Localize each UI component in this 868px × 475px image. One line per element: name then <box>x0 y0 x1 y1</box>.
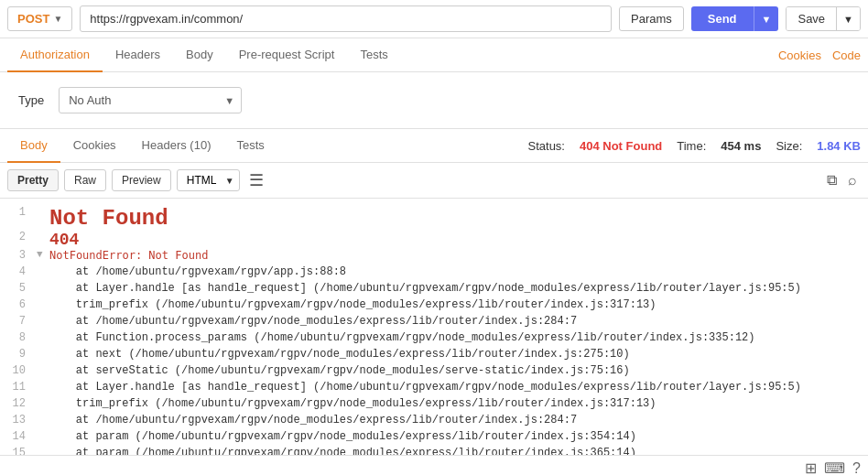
response-toolbar: Pretty Raw Preview HTML JSON XML Text ▼ … <box>0 163 868 199</box>
params-button[interactable]: Params <box>619 6 684 31</box>
line-content: NotFoundError: Not Found <box>49 249 208 265</box>
method-chevron: ▼ <box>53 14 62 24</box>
keyboard-icon[interactable]: ⌨ <box>824 459 845 475</box>
send-button[interactable]: Send <box>691 6 754 31</box>
line-toggle-icon[interactable]: ▼ <box>37 249 49 265</box>
line-content: at Function.process_params (/home/ubuntu… <box>49 331 755 348</box>
size-label: Size: <box>776 139 802 153</box>
line-content: at param (/home/ubuntu/rgpvexam/rgpv/nod… <box>49 430 636 447</box>
table-row: 2404 <box>0 231 868 249</box>
save-dropdown-button[interactable]: ▼ <box>836 7 860 30</box>
line-toggle-icon <box>37 282 49 298</box>
line-number: 13 <box>4 414 37 430</box>
bottom-bar: ⊞ ⌨ ? <box>0 455 868 475</box>
layout-icon[interactable]: ⊞ <box>805 459 817 475</box>
status-label: Status: <box>528 139 565 153</box>
tab-tests[interactable]: Tests <box>347 38 400 72</box>
size-value: 1.84 KB <box>817 139 861 153</box>
table-row: 14 at param (/home/ubuntu/rgpvexam/rgpv/… <box>0 430 868 447</box>
line-number: 12 <box>4 397 37 414</box>
table-row: 5 at Layer.handle [as handle_request] (/… <box>0 282 868 298</box>
tab-body[interactable]: Body <box>173 38 226 72</box>
line-content: at /home/ubuntu/rgpvexam/rgpv/node_modul… <box>49 315 577 331</box>
view-preview-button[interactable]: Preview <box>112 169 171 191</box>
line-number: 9 <box>4 348 37 364</box>
auth-type-label: Type <box>18 93 44 107</box>
search-icon[interactable]: ⌕ <box>844 170 861 190</box>
line-number: 8 <box>4 331 37 348</box>
line-number: 14 <box>4 430 37 447</box>
auth-section: Type No Auth Bearer Token Basic Auth API… <box>0 72 868 129</box>
time-value: 454 ms <box>721 139 761 153</box>
table-row: 3▼NotFoundError: Not Found <box>0 249 868 265</box>
line-content: at serveStatic (/home/ubuntu/rgpvexam/rg… <box>49 364 630 381</box>
tab-response-tests[interactable]: Tests <box>223 129 277 163</box>
line-number: 5 <box>4 282 37 298</box>
view-pretty-button[interactable]: Pretty <box>7 169 59 191</box>
format-select[interactable]: HTML JSON XML Text <box>177 169 240 191</box>
send-dropdown-button[interactable]: ▼ <box>754 6 779 31</box>
tab-response-body[interactable]: Body <box>7 129 60 163</box>
line-content: trim_prefix (/home/ubuntu/rgpvexam/rgpv/… <box>49 298 656 315</box>
table-row: 7 at /home/ubuntu/rgpvexam/rgpv/node_mod… <box>0 315 868 331</box>
auth-type-select[interactable]: No Auth Bearer Token Basic Auth API Key … <box>59 87 242 113</box>
line-toggle-icon <box>37 414 49 430</box>
line-toggle-icon <box>37 348 49 364</box>
secondary-tabs: Body Cookies Headers (10) Tests Status: … <box>0 129 868 163</box>
line-toggle-icon <box>37 430 49 447</box>
view-raw-button[interactable]: Raw <box>64 169 106 191</box>
help-icon[interactable]: ? <box>852 460 861 476</box>
line-content: at next (/home/ubuntu/rgpvexam/rgpv/node… <box>49 348 630 364</box>
code-link[interactable]: Code <box>832 49 861 62</box>
line-number: 6 <box>4 298 37 315</box>
table-row: 6 trim_prefix (/home/ubuntu/rgpvexam/rgp… <box>0 298 868 315</box>
table-row: 4 at /home/ubuntu/rgpvexam/rgpv/app.js:8… <box>0 265 868 282</box>
line-number: 2 <box>4 231 37 249</box>
method-dropdown[interactable]: POST ▼ <box>7 6 72 31</box>
cookies-link[interactable]: Cookies <box>778 49 821 62</box>
auth-select-wrap: No Auth Bearer Token Basic Auth API Key … <box>59 87 242 113</box>
line-number: 10 <box>4 364 37 381</box>
tab-headers[interactable]: Headers <box>103 38 173 72</box>
line-content: Not Found <box>49 206 168 231</box>
send-group: Send ▼ <box>691 6 779 31</box>
line-toggle-icon <box>37 447 49 455</box>
line-toggle-icon <box>37 206 49 231</box>
copy-icon[interactable]: ⧉ <box>823 170 841 190</box>
line-toggle-icon <box>37 331 49 348</box>
tabs-right-links: Cookies Code <box>778 49 861 62</box>
line-content: at Layer.handle [as handle_request] (/ho… <box>49 381 801 397</box>
tab-response-cookies[interactable]: Cookies <box>60 129 129 163</box>
line-number: 11 <box>4 381 37 397</box>
table-row: 11 at Layer.handle [as handle_request] (… <box>0 381 868 397</box>
status-value: 404 Not Found <box>580 139 662 153</box>
method-label: POST <box>17 12 49 26</box>
format-select-wrap: HTML JSON XML Text ▼ <box>177 169 240 191</box>
line-toggle-icon <box>37 381 49 397</box>
tab-authorization[interactable]: Authorization <box>7 38 103 72</box>
line-number: 1 <box>4 206 37 231</box>
time-label: Time: <box>677 139 706 153</box>
tab-prerequest[interactable]: Pre-request Script <box>226 38 348 72</box>
table-row: 1Not Found <box>0 206 868 231</box>
save-button[interactable]: Save <box>787 7 836 30</box>
table-row: 13 at /home/ubuntu/rgpvexam/rgpv/node_mo… <box>0 414 868 430</box>
line-toggle-icon <box>37 315 49 331</box>
top-bar: POST ▼ Params Send ▼ Save ▼ <box>0 0 868 38</box>
table-row: 10 at serveStatic (/home/ubuntu/rgpvexam… <box>0 364 868 381</box>
line-toggle-icon <box>37 265 49 282</box>
line-toggle-icon <box>37 397 49 414</box>
tab-response-headers[interactable]: Headers (10) <box>129 129 224 163</box>
line-toggle-icon <box>37 298 49 315</box>
line-content: at Layer.handle [as handle_request] (/ho… <box>49 282 801 298</box>
response-meta: Status: 404 Not Found Time: 454 ms Size:… <box>528 139 861 153</box>
wrap-lines-button[interactable]: ☰ <box>245 168 267 192</box>
line-toggle-icon <box>37 364 49 381</box>
url-input[interactable] <box>80 5 612 32</box>
code-area[interactable]: 1Not Found24043▼NotFoundError: Not Found… <box>0 199 868 455</box>
table-row: 8 at Function.process_params (/home/ubun… <box>0 331 868 348</box>
save-group: Save ▼ <box>786 6 861 31</box>
line-toggle-icon <box>37 231 49 249</box>
line-number: 15 <box>4 447 37 455</box>
line-content: trim_prefix (/home/ubuntu/rgpvexam/rgpv/… <box>49 397 656 414</box>
